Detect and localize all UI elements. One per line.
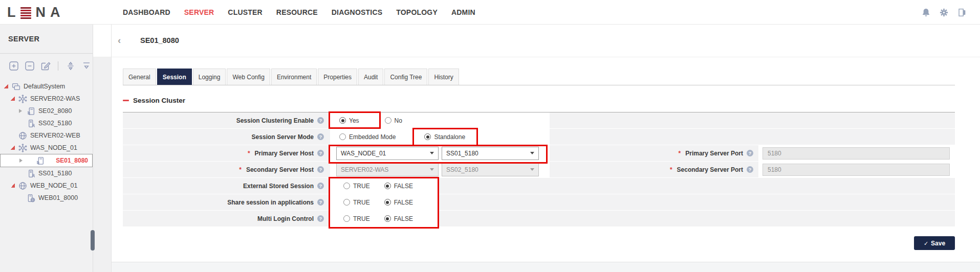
tab-properties[interactable]: Properties <box>318 69 357 85</box>
unfold-tree-icon[interactable] <box>65 60 76 72</box>
tab-config-tree[interactable]: Config Tree <box>384 69 427 85</box>
radio-option-true[interactable]: TRUE <box>343 183 370 190</box>
tree-item-label: DefaultSystem <box>24 83 65 90</box>
radio-option-true[interactable]: TRUE <box>343 215 370 222</box>
help-icon[interactable] <box>317 183 324 189</box>
field-value-cell: SERVER02-WAS SS02_5180 <box>330 162 549 177</box>
session-icon <box>27 119 35 128</box>
tab-general[interactable]: General <box>123 69 156 85</box>
logout-icon[interactable] <box>957 8 967 17</box>
page-title: SE01_8080 <box>140 36 179 44</box>
tab-environment[interactable]: Environment <box>271 69 317 85</box>
help-icon[interactable] <box>317 150 324 156</box>
help-icon[interactable] <box>317 117 324 124</box>
radio-icon[interactable] <box>343 215 350 222</box>
chevron-left-icon[interactable]: ‹ <box>118 35 121 46</box>
tree-item-defaultsystem[interactable]: DefaultSystem <box>0 80 93 93</box>
tree-item-was-node-01[interactable]: WAS_NODE_01 <box>0 142 93 154</box>
tree-item-label: WEB_NODE_01 <box>30 182 77 189</box>
radio-icon[interactable] <box>384 183 391 189</box>
section-title: Session Cluster <box>133 97 185 104</box>
radio-label: TRUE <box>353 215 370 222</box>
primary-host-node-select[interactable]: WAS_NODE_01 <box>336 147 439 160</box>
tab-history[interactable]: History <box>428 69 459 85</box>
tree-item-ss01-5180[interactable]: SS01_5180 <box>0 167 93 179</box>
radio-label: TRUE <box>353 183 370 190</box>
radio-option-embedded-mode[interactable]: Embedded Mode <box>339 133 396 141</box>
expand-triangle-icon[interactable] <box>19 109 25 113</box>
nav-item-topology[interactable]: TOPOLOGY <box>396 8 438 16</box>
collapse-triangle-icon[interactable] <box>11 184 17 188</box>
required-asterisk: * <box>248 150 250 157</box>
nav-item-diagnostics[interactable]: DIAGNOSTICS <box>332 8 382 16</box>
tree-item-web01-8000[interactable]: WEB01_8000 <box>0 192 93 204</box>
tree-item-server02-web[interactable]: SERVER02-WEB <box>0 129 93 142</box>
edit-node-icon[interactable] <box>40 60 51 72</box>
tree-item-label: SS01_5180 <box>38 170 72 177</box>
tree-item-se02-8080[interactable]: SE02_8080 <box>0 105 93 117</box>
collapse-dash-icon[interactable] <box>123 100 129 101</box>
radio-label: FALSE <box>394 215 413 222</box>
radio-label: No <box>395 117 402 124</box>
tab-audit[interactable]: Audit <box>358 69 383 85</box>
radio-option-true[interactable]: TRUE <box>343 199 370 206</box>
radio-icon[interactable] <box>343 199 350 206</box>
help-icon[interactable] <box>317 133 324 140</box>
tab-logging[interactable]: Logging <box>193 69 226 85</box>
help-icon[interactable] <box>317 166 324 173</box>
help-icon[interactable] <box>317 199 324 206</box>
radio-icon[interactable] <box>339 117 346 124</box>
secondary-host-server-select: SS02_5180 <box>442 163 539 176</box>
add-node-icon[interactable] <box>8 60 19 72</box>
tree-item-label: WAS_NODE_01 <box>30 144 77 151</box>
field-value-cell: Yes No <box>330 112 549 128</box>
tree-item-se01-8080[interactable]: SE01_8080 <box>0 154 93 167</box>
tab-session[interactable]: Session <box>157 69 192 85</box>
radio-icon[interactable] <box>343 183 350 189</box>
gear-icon[interactable] <box>939 8 949 17</box>
fold-tree-icon[interactable] <box>81 60 92 72</box>
radio-icon[interactable] <box>384 215 391 222</box>
collapse-triangle-icon[interactable] <box>4 84 10 88</box>
help-icon[interactable] <box>747 166 753 173</box>
help-icon[interactable] <box>317 215 324 222</box>
nav-item-dashboard[interactable]: DASHBOARD <box>123 8 170 16</box>
primary-host-server-select[interactable]: SS01_5180 <box>442 147 539 160</box>
nav-item-resource[interactable]: RESOURCE <box>276 8 318 16</box>
remove-node-icon[interactable] <box>24 60 35 72</box>
tree-item-label: WEB01_8000 <box>38 194 78 201</box>
radio-option-false[interactable]: FALSE <box>384 215 413 222</box>
radio-icon[interactable] <box>385 117 391 124</box>
radio-icon[interactable] <box>424 133 431 140</box>
save-button[interactable]: Save <box>914 236 955 250</box>
secondary-server-port-input: 5180 <box>763 164 950 176</box>
radio-option-false[interactable]: FALSE <box>384 183 413 190</box>
tree-item-ss02-5180[interactable]: SS02_5180 <box>0 117 93 129</box>
tree-item-server02-was[interactable]: SERVER02-WAS <box>0 93 93 105</box>
radio-option-standalone[interactable]: Standalone <box>424 133 465 141</box>
tree-item-web-node-01[interactable]: WEB_NODE_01 <box>0 179 93 192</box>
nav-item-server[interactable]: SERVER <box>184 8 214 16</box>
horizontal-scrollbar-track[interactable] <box>112 262 980 272</box>
expand-triangle-icon[interactable] <box>19 158 26 163</box>
logo-letter: N <box>36 5 47 20</box>
radio-icon[interactable] <box>384 199 391 206</box>
main-nav: DASHBOARDSERVERCLUSTERRESOURCEDIAGNOSTIC… <box>123 0 475 25</box>
form-row-secondary-server-host: * Secondary Server Host SERVER02-WAS SS0… <box>123 162 955 178</box>
form-row-external-stored-session: External Stored Session TRUE FALSE <box>123 178 955 194</box>
collapse-triangle-icon[interactable] <box>11 146 17 150</box>
sidebar-resize-handle[interactable] <box>91 230 95 251</box>
tab-web-config[interactable]: Web Config <box>227 69 270 85</box>
radio-icon[interactable] <box>339 133 346 140</box>
radio-option-yes[interactable]: Yes <box>339 117 359 124</box>
radio-option-no[interactable]: No <box>385 117 402 124</box>
help-icon[interactable] <box>747 150 753 156</box>
collapse-triangle-icon[interactable] <box>11 97 17 101</box>
bell-icon[interactable] <box>921 8 931 17</box>
toolbar-divider <box>58 61 58 71</box>
secondary-host-node-select: SERVER02-WAS <box>336 163 439 176</box>
nav-item-admin[interactable]: ADMIN <box>451 8 475 16</box>
nav-item-cluster[interactable]: CLUSTER <box>228 8 263 16</box>
radio-option-false[interactable]: FALSE <box>384 199 413 206</box>
field-label-cell: * Primary Server Host <box>123 145 330 161</box>
